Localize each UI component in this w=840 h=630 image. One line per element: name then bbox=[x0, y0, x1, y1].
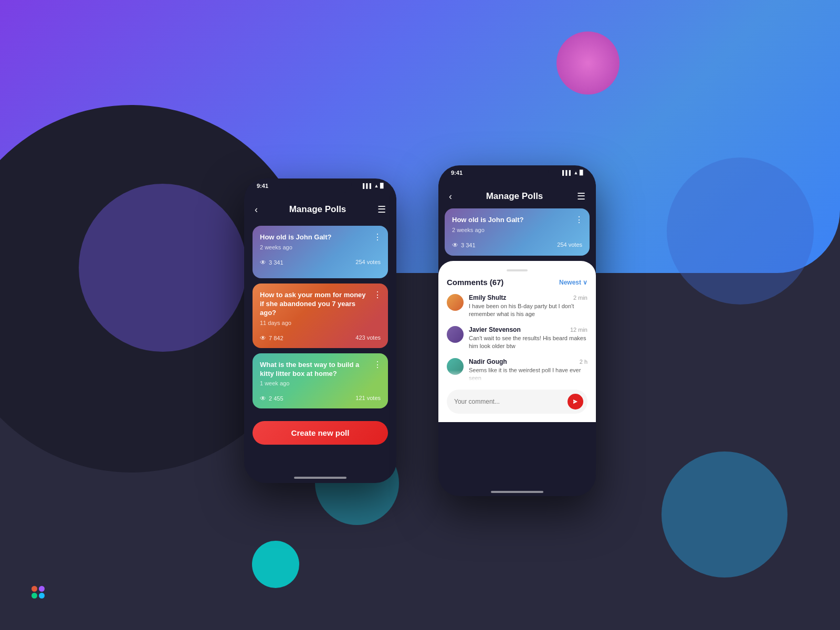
drag-handle bbox=[507, 269, 528, 271]
poll2-views: 👁 7 842 bbox=[260, 334, 284, 342]
comment1-content: Emily Shultz 2 min I have been on his B-… bbox=[469, 294, 587, 319]
eye-icon-1: 👁 bbox=[260, 259, 266, 266]
phone1-navbar: ‹ Manage Polls ☰ bbox=[244, 197, 396, 222]
comment-input-row bbox=[447, 390, 587, 414]
comment3-text: Seems like it is the weirdest poll I hav… bbox=[469, 366, 587, 383]
poll1-date: 2 weeks ago bbox=[260, 244, 381, 250]
phone2-poll-views: 👁 3 341 bbox=[452, 242, 476, 249]
poll1-menu-icon[interactable]: ⋮ bbox=[373, 232, 382, 242]
poll2-votes: 423 votes bbox=[355, 334, 381, 342]
figma-dot-4 bbox=[39, 593, 45, 598]
eye-icon-2: 👁 bbox=[260, 334, 266, 342]
comment-item-1: Emily Shultz 2 min I have been on his B-… bbox=[447, 294, 587, 319]
phone1-content: ‹ Manage Polls ☰ How old is John Galt? 2… bbox=[244, 197, 396, 483]
avatar-emily bbox=[447, 294, 464, 311]
phone1-time: 9:41 bbox=[257, 183, 268, 189]
comment2-author: Javier Stevenson bbox=[469, 326, 521, 333]
figma-logo bbox=[32, 586, 45, 598]
poll-card-3[interactable]: What is the best way to build a kitty li… bbox=[253, 353, 388, 409]
phone2-poll-area: How old is John Galt? 2 weeks ago ⋮ 👁 3 … bbox=[438, 208, 596, 261]
comments-sort[interactable]: Newest ∨ bbox=[559, 279, 587, 286]
menu-icon[interactable]: ☰ bbox=[377, 204, 386, 215]
phone2-menu-icon[interactable]: ☰ bbox=[577, 191, 585, 202]
comment-item-2: Javier Stevenson 12 min Can't wait to se… bbox=[447, 326, 587, 351]
comment2-time: 12 min bbox=[570, 327, 587, 333]
poll3-question: What is the best way to build a kitty li… bbox=[260, 361, 370, 379]
figma-dot-3 bbox=[32, 593, 37, 598]
phone2-back-icon[interactable]: ‹ bbox=[449, 191, 452, 202]
poll2-question: How to ask your mom for money if she aba… bbox=[260, 291, 370, 318]
comment-item-3: Nadir Gough 2 h Seems like it is the wei… bbox=[447, 358, 587, 383]
phone2-status: 9:41 ▌▌▌ ▲ ▉ bbox=[438, 170, 596, 176]
comment3-meta: Nadir Gough 2 h bbox=[469, 358, 587, 365]
comments-title: Comments (67) bbox=[447, 278, 503, 287]
avatar-javier bbox=[447, 326, 464, 343]
phone2-title: Manage Polls bbox=[486, 191, 543, 202]
comments-panel: Comments (67) Newest ∨ Emily Shultz 2 m bbox=[438, 261, 596, 422]
chevron-down-icon: ∨ bbox=[583, 279, 587, 286]
comment1-author: Emily Shultz bbox=[469, 294, 506, 301]
avatar-nadir bbox=[447, 358, 464, 375]
phones-container: 9:41 ▌▌▌ ▲ ▉ ‹ Manage Polls ☰ How old is… bbox=[0, 0, 840, 630]
comment3-author: Nadir Gough bbox=[469, 358, 507, 365]
poll3-stats: 👁 2 455 121 votes bbox=[260, 395, 381, 402]
back-icon[interactable]: ‹ bbox=[255, 204, 258, 215]
poll3-date: 1 week ago bbox=[260, 380, 381, 386]
figma-dot-2 bbox=[39, 586, 45, 592]
send-button[interactable] bbox=[568, 394, 583, 410]
phone2-poll-question: How old is John Galt? bbox=[452, 216, 562, 225]
comment2-content: Javier Stevenson 12 min Can't wait to se… bbox=[469, 326, 587, 351]
comment1-text: I have been on his B-day party but I don… bbox=[469, 302, 587, 319]
phone2-navbar: ‹ Manage Polls ☰ bbox=[438, 184, 596, 208]
comment3-content: Nadir Gough 2 h Seems like it is the wei… bbox=[469, 358, 587, 383]
poll3-menu-icon[interactable]: ⋮ bbox=[373, 360, 382, 370]
poll1-votes: 254 votes bbox=[355, 259, 381, 266]
phone1-status: 9:41 ▌▌▌ ▲ ▉ bbox=[244, 183, 396, 189]
phone2-time: 9:41 bbox=[451, 170, 463, 176]
comments-header: Comments (67) Newest ∨ bbox=[447, 278, 587, 287]
phone2-eye-icon: 👁 bbox=[452, 242, 458, 249]
comment2-meta: Javier Stevenson 12 min bbox=[469, 326, 587, 333]
phone1: 9:41 ▌▌▌ ▲ ▉ ‹ Manage Polls ☰ How old is… bbox=[244, 178, 396, 483]
create-poll-button[interactable]: Create new poll bbox=[253, 421, 388, 445]
poll1-views: 👁 3 341 bbox=[260, 259, 284, 266]
poll2-stats: 👁 7 842 423 votes bbox=[260, 334, 381, 342]
comment1-meta: Emily Shultz 2 min bbox=[469, 294, 587, 301]
phone1-title: Manage Polls bbox=[289, 204, 346, 215]
comment3-time: 2 h bbox=[580, 359, 587, 365]
home-indicator-1 bbox=[294, 477, 346, 479]
phone2-poll-menu-icon[interactable]: ⋮ bbox=[575, 215, 583, 225]
poll3-votes: 121 votes bbox=[355, 395, 381, 402]
poll1-stats: 👁 3 341 254 votes bbox=[260, 259, 381, 266]
phone2: 9:41 ▌▌▌ ▲ ▉ ‹ Manage Polls ☰ How old is… bbox=[438, 165, 596, 496]
figma-dots bbox=[32, 586, 45, 598]
phone1-icons: ▌▌▌ ▲ ▉ bbox=[363, 183, 384, 189]
phone2-poll-stats: 👁 3 341 254 votes bbox=[452, 242, 582, 249]
phone2-poll-votes: 254 votes bbox=[557, 242, 582, 249]
poll3-views: 👁 2 455 bbox=[260, 395, 284, 402]
comment1-time: 2 min bbox=[573, 295, 587, 301]
phone2-poll-date: 2 weeks ago bbox=[452, 227, 582, 233]
phone2-icons: ▌▌▌ ▲ ▉ bbox=[562, 170, 583, 176]
poll-card-1[interactable]: How old is John Galt? 2 weeks ago ⋮ 👁 3 … bbox=[253, 226, 388, 278]
poll-card-2[interactable]: How to ask your mom for money if she aba… bbox=[253, 284, 388, 348]
comment2-text: Can't wait to see the results! His beard… bbox=[469, 334, 587, 351]
poll1-question: How old is John Galt? bbox=[260, 233, 370, 242]
phone2-poll-card[interactable]: How old is John Galt? 2 weeks ago ⋮ 👁 3 … bbox=[445, 208, 590, 256]
poll2-menu-icon[interactable]: ⋮ bbox=[373, 290, 382, 300]
poll-list: How old is John Galt? 2 weeks ago ⋮ 👁 3 … bbox=[244, 222, 396, 413]
poll2-date: 11 days ago bbox=[260, 320, 381, 326]
figma-dot-1 bbox=[32, 586, 37, 592]
home-indicator-2 bbox=[491, 491, 543, 493]
phone2-content: ‹ Manage Polls ☰ How old is John Galt? 2… bbox=[438, 184, 596, 496]
comment-input[interactable] bbox=[454, 398, 563, 405]
eye-icon-3: 👁 bbox=[260, 395, 266, 402]
